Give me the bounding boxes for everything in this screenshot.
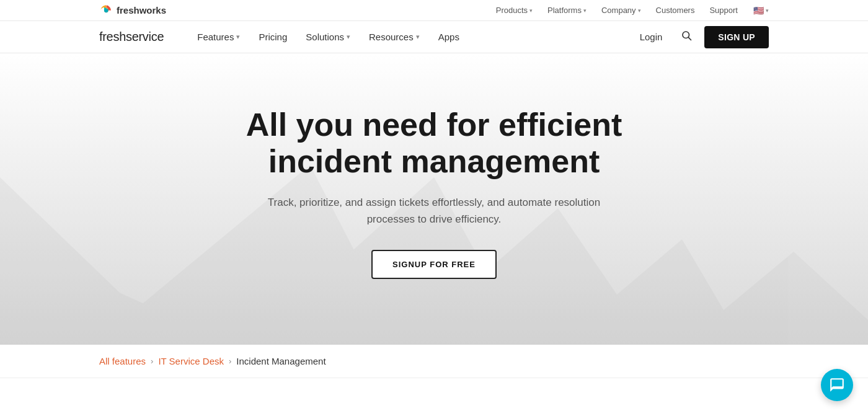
freshworks-logo-icon bbox=[99, 4, 113, 17]
platforms-chevron-icon: ▾ bbox=[583, 7, 587, 14]
freshworks-logo-text: freshworks bbox=[117, 5, 166, 15]
login-button[interactable]: Login bbox=[634, 28, 669, 46]
freshservice-logo[interactable]: freshservice bbox=[99, 30, 164, 44]
top-nav-logo-area: freshworks bbox=[99, 4, 166, 17]
features-chevron-icon: ▾ bbox=[236, 33, 240, 41]
svg-marker-7 bbox=[93, 165, 403, 345]
chat-icon bbox=[829, 377, 845, 393]
resources-chevron-icon: ▾ bbox=[416, 33, 420, 41]
breadcrumb-current: Incident Management bbox=[236, 356, 326, 366]
svg-marker-11 bbox=[682, 252, 868, 345]
top-navigation: freshworks Products ▾ Platforms ▾ Compan… bbox=[0, 0, 868, 21]
main-navigation: freshservice Features ▾ Pricing Solution… bbox=[0, 21, 868, 53]
chat-button[interactable] bbox=[821, 369, 853, 401]
top-nav-links: Products ▾ Platforms ▾ Company ▾ Custome… bbox=[496, 6, 769, 15]
top-nav-platforms[interactable]: Platforms ▾ bbox=[547, 6, 587, 15]
solutions-chevron-icon: ▾ bbox=[347, 33, 350, 41]
hero-subtitle: Track, prioritize, and assign tickets ef… bbox=[248, 194, 620, 228]
top-nav-products[interactable]: Products ▾ bbox=[496, 6, 533, 15]
freshworks-logo[interactable]: freshworks bbox=[99, 4, 166, 17]
nav-resources[interactable]: Resources ▾ bbox=[360, 28, 428, 46]
hero-section: All you need for efficient incident mana… bbox=[0, 53, 868, 345]
svg-marker-10 bbox=[558, 239, 744, 345]
breadcrumb-it-service-desk[interactable]: IT Service Desk bbox=[158, 356, 224, 366]
flag-chevron-icon: ▾ bbox=[766, 7, 769, 14]
breadcrumb: All features › IT Service Desk › Inciden… bbox=[0, 345, 868, 378]
nav-actions: Login SIGN UP bbox=[634, 26, 769, 48]
svg-marker-5 bbox=[0, 177, 174, 345]
company-chevron-icon: ▾ bbox=[638, 7, 641, 14]
top-nav-support[interactable]: Support bbox=[709, 6, 738, 15]
nav-features[interactable]: Features ▾ bbox=[188, 28, 249, 46]
hero-cta-button[interactable]: SIGNUP FOR FREE bbox=[371, 250, 497, 279]
search-icon[interactable] bbox=[678, 27, 694, 46]
breadcrumb-sep-2: › bbox=[229, 356, 231, 366]
top-nav-flag[interactable]: 🇺🇸 ▾ bbox=[753, 7, 769, 14]
breadcrumb-all-features[interactable]: All features bbox=[99, 356, 146, 366]
breadcrumb-sep-1: › bbox=[151, 356, 153, 366]
svg-line-3 bbox=[689, 37, 691, 40]
svg-marker-6 bbox=[0, 239, 236, 345]
signup-button[interactable]: SIGN UP bbox=[704, 26, 769, 48]
products-chevron-icon: ▾ bbox=[529, 7, 533, 14]
nav-pricing[interactable]: Pricing bbox=[250, 28, 296, 46]
top-nav-company[interactable]: Company ▾ bbox=[601, 6, 641, 15]
main-nav-links: Features ▾ Pricing Solutions ▾ Resources… bbox=[188, 28, 633, 46]
nav-solutions[interactable]: Solutions ▾ bbox=[297, 28, 359, 46]
svg-point-1 bbox=[104, 8, 108, 12]
nav-apps[interactable]: Apps bbox=[430, 28, 468, 46]
top-nav-customers[interactable]: Customers bbox=[656, 6, 695, 15]
flag-icon: 🇺🇸 bbox=[753, 7, 764, 14]
hero-title: All you need for efficient incident mana… bbox=[217, 107, 651, 181]
